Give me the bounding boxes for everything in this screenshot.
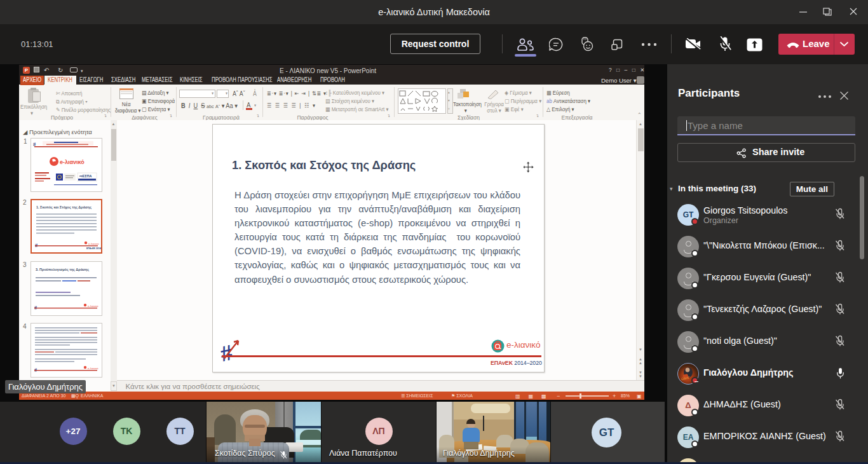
svg-text:e-λιανικό: e-λιανικό bbox=[88, 367, 98, 370]
svg-text:e-λιανικό: e-λιανικό bbox=[88, 242, 99, 245]
svg-text:⇨ΕΣΠΑ: ⇨ΕΣΠΑ bbox=[79, 174, 92, 178]
svg-text:ΟΔΗΓ: ΟΔΗΓ bbox=[681, 376, 690, 381]
svg-text:#: # bbox=[219, 340, 234, 364]
svg-text:e-λιανικό: e-λιανικό bbox=[88, 304, 98, 308]
svg-text:e-λιανικό: e-λιανικό bbox=[60, 159, 85, 165]
svg-text:3. Προϋπολογισμός της Δράσης: 3. Προϋπολογισμός της Δράσης bbox=[36, 268, 89, 272]
svg-text:1. Σκοπός και Στόχος της Δράση: 1. Σκοπός και Στόχος της Δράσης bbox=[36, 205, 92, 210]
svg-text:ΕΠΑνΕΚ 2014-2020: ΕΠΑνΕΚ 2014-2020 bbox=[86, 247, 101, 250]
